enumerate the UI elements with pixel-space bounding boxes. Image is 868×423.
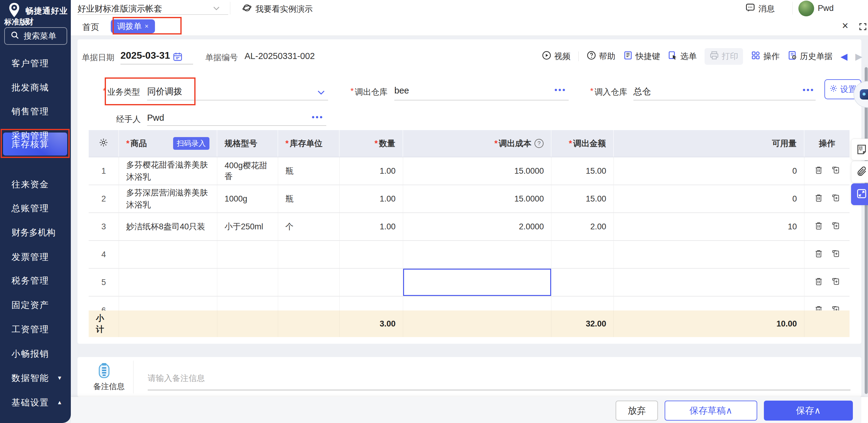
cell-unit[interactable] bbox=[278, 269, 340, 296]
copy-row-icon[interactable] bbox=[831, 193, 840, 204]
cell-product[interactable] bbox=[119, 269, 217, 296]
in-warehouse-value[interactable]: 总仓 bbox=[633, 86, 651, 98]
sidebar-item-customer[interactable]: 客户管理 bbox=[0, 52, 71, 75]
cell-cost[interactable]: 15.0000 bbox=[403, 157, 551, 185]
hotkeys-button[interactable]: 快捷键 bbox=[623, 51, 660, 62]
cell-cost[interactable] bbox=[403, 296, 551, 311]
cell-unit[interactable]: 瓶 bbox=[278, 185, 340, 213]
tab-close-icon[interactable]: × bbox=[145, 22, 149, 30]
sidebar-item-multi-org[interactable]: 财务多机构 bbox=[0, 221, 71, 244]
save-button[interactable]: 保存∧ bbox=[764, 401, 853, 421]
sidebar-item-data-intelligence[interactable]: 数据智能▼ bbox=[0, 366, 71, 389]
help-button[interactable]: 帮助 bbox=[587, 51, 615, 62]
business-type-value[interactable]: 同价调拨 bbox=[147, 86, 182, 98]
user-avatar[interactable] bbox=[798, 1, 814, 17]
cell-amount[interactable] bbox=[551, 269, 614, 296]
copy-row-icon[interactable] bbox=[831, 277, 840, 288]
sidebar-item-payroll[interactable]: 工资管理 bbox=[0, 318, 71, 341]
delete-row-icon[interactable] bbox=[814, 249, 823, 260]
sidebar-item-inventory[interactable]: 库存核算 bbox=[0, 133, 71, 156]
cell-product[interactable]: 妙洁纸杯8盎司40只装 bbox=[119, 213, 217, 240]
prev-doc-icon[interactable]: ◀ bbox=[840, 51, 847, 62]
copy-row-icon[interactable] bbox=[831, 221, 840, 232]
close-icon[interactable]: × bbox=[842, 20, 848, 32]
attachment-float-button[interactable] bbox=[851, 161, 868, 183]
draft-float-button[interactable]: 草 bbox=[851, 138, 868, 160]
cell-amount[interactable]: 15.00 bbox=[551, 157, 614, 185]
cell-qty[interactable]: 1.00 bbox=[340, 157, 403, 185]
tab-transfer-order[interactable]: 调拨单 × bbox=[111, 19, 155, 33]
cell-amount[interactable] bbox=[551, 296, 614, 311]
remark-input[interactable] bbox=[148, 370, 844, 386]
sidebar-item-assets[interactable]: 固定资产 bbox=[0, 293, 71, 317]
handler-picker-icon[interactable]: ••• bbox=[312, 112, 323, 122]
cell-spec[interactable]: 小于250ml bbox=[217, 213, 278, 240]
scan-entry-badge[interactable]: 扫码录入 bbox=[173, 137, 210, 150]
delete-row-icon[interactable] bbox=[814, 277, 823, 288]
calendar-icon[interactable] bbox=[173, 52, 183, 63]
pick-order-button[interactable]: 选单 bbox=[668, 51, 697, 62]
sidebar-item-basic-settings[interactable]: 基础设置▲ bbox=[0, 391, 71, 414]
delete-row-icon[interactable] bbox=[814, 305, 823, 311]
next-doc-icon[interactable]: ▶ bbox=[855, 51, 862, 62]
cell-unit[interactable] bbox=[278, 241, 340, 268]
cell-unit[interactable] bbox=[278, 296, 340, 311]
sidebar-item-wholesale[interactable]: 批发商城 bbox=[0, 76, 71, 99]
operations-button[interactable]: 操作 bbox=[751, 51, 780, 62]
cell-qty[interactable] bbox=[340, 296, 403, 311]
chevron-down-icon[interactable] bbox=[316, 87, 326, 99]
cell-spec[interactable]: 1000g bbox=[217, 185, 278, 213]
cell-qty[interactable] bbox=[340, 241, 403, 268]
cell-unit[interactable]: 瓶 bbox=[278, 157, 340, 185]
tab-home[interactable]: 首页 bbox=[82, 22, 99, 33]
cell-cost-selected[interactable] bbox=[403, 269, 551, 296]
cell-product[interactable]: 多芬深层营润滋养美肤沐浴乳 bbox=[119, 185, 217, 213]
cell-unit[interactable]: 个 bbox=[278, 213, 340, 240]
sidebar-item-sales[interactable]: 销售管理 bbox=[0, 100, 71, 123]
sidebar-item-tax[interactable]: 税务管理 bbox=[0, 269, 71, 292]
cell-product[interactable] bbox=[119, 241, 217, 268]
help-circle-icon[interactable]: ? bbox=[534, 139, 544, 148]
expand-float-button[interactable] bbox=[851, 183, 868, 205]
cell-product[interactable] bbox=[119, 296, 217, 311]
cell-spec[interactable]: 400g樱花甜香 bbox=[217, 157, 278, 185]
out-warehouse-value[interactable]: bee bbox=[394, 86, 409, 96]
sidebar-search[interactable]: 搜索菜单 bbox=[4, 27, 67, 45]
cell-amount[interactable] bbox=[551, 241, 614, 268]
cell-product[interactable]: 多芬樱花甜香滋养美肤沐浴乳 bbox=[119, 157, 217, 185]
cell-cost[interactable]: 2.0000 bbox=[403, 213, 551, 240]
delete-row-icon[interactable] bbox=[814, 193, 823, 204]
demo-link[interactable]: 我要看实例演示 bbox=[242, 3, 313, 15]
scrollbar-thumb[interactable] bbox=[865, 67, 868, 394]
print-button[interactable]: 打印 bbox=[705, 48, 743, 65]
chevron-down-icon[interactable] bbox=[212, 4, 221, 14]
copy-row-icon[interactable] bbox=[831, 305, 840, 311]
sidebar-item-ledger[interactable]: 总账管理 bbox=[0, 197, 71, 220]
history-docs-button[interactable]: 历史单据 bbox=[787, 51, 833, 62]
sidebar-item-funds[interactable]: 往来资金 bbox=[0, 173, 71, 196]
user-name[interactable]: Pwd bbox=[818, 4, 834, 13]
cell-cost[interactable]: 15.0000 bbox=[403, 185, 551, 213]
cell-spec[interactable] bbox=[217, 296, 278, 311]
copy-row-icon[interactable] bbox=[831, 165, 840, 177]
messages-button[interactable]: 消息 bbox=[745, 2, 775, 15]
cell-qty[interactable]: 1.00 bbox=[340, 185, 403, 213]
sidebar-item-invoice[interactable]: 发票管理 bbox=[0, 246, 71, 268]
discard-button[interactable]: 放弃 bbox=[616, 401, 658, 421]
cell-amount[interactable]: 2.00 bbox=[551, 213, 614, 240]
in-warehouse-picker-icon[interactable]: ••• bbox=[803, 85, 814, 95]
column-settings-cell[interactable] bbox=[89, 130, 119, 157]
copy-row-icon[interactable] bbox=[831, 249, 840, 260]
cell-qty[interactable] bbox=[340, 269, 403, 296]
account-selector[interactable]: 好业财标准版演示帐套 bbox=[78, 3, 162, 14]
video-button[interactable]: 视频 bbox=[542, 51, 570, 62]
cell-qty[interactable]: 1.00 bbox=[340, 213, 403, 240]
doc-date-value[interactable]: 2025-03-31 bbox=[120, 50, 170, 61]
sidebar-item-expense[interactable]: 小畅报销 bbox=[0, 342, 71, 365]
cell-spec[interactable] bbox=[217, 241, 278, 268]
cell-spec[interactable] bbox=[217, 269, 278, 296]
cell-cost[interactable] bbox=[403, 241, 551, 268]
out-warehouse-picker-icon[interactable]: ••• bbox=[554, 85, 566, 95]
fullscreen-icon[interactable] bbox=[858, 22, 867, 32]
delete-row-icon[interactable] bbox=[814, 221, 823, 232]
